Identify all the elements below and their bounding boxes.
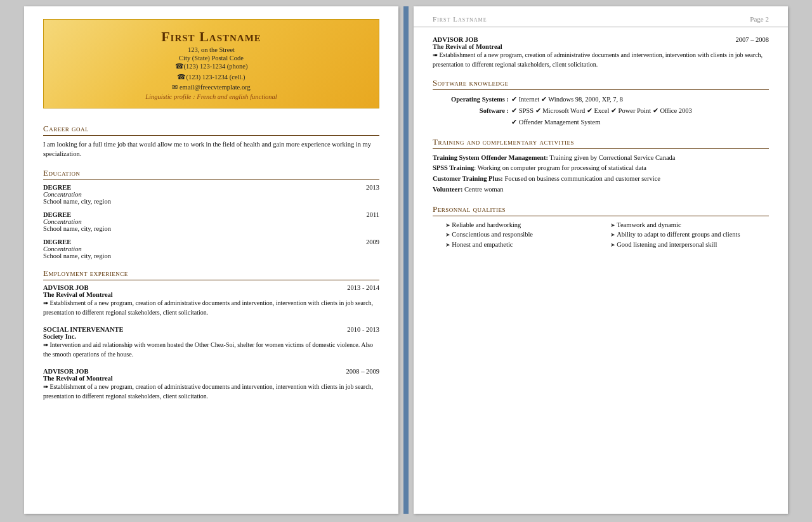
edu-year-0: 2013: [366, 184, 379, 191]
header-email: ✉ email@freecvtemplate.org: [50, 83, 372, 91]
career-goal-title: Career goal: [43, 124, 379, 136]
training-text-2: Focused on business communication and cu…: [503, 175, 660, 182]
edu-concentration-0: Concentration: [43, 191, 379, 198]
job-entry-2: ADVISOR JOB 2008 – 2009 The Revival of M…: [43, 368, 379, 401]
training-bold-2: Customer Training Plus:: [433, 175, 503, 182]
page2-header: First Lastname Page 2: [414, 6, 788, 27]
quality-col1: Reliable and hardworking Conscientious a…: [445, 220, 604, 250]
training-entry-0: Training System Offender Management: Tra…: [433, 153, 769, 164]
pages-container: First Lastname 123, on the Street City (…: [24, 6, 788, 514]
quality-col1-1: Conscientious and responsible: [445, 230, 604, 240]
quality-col2: Teamwork and dynamic Ability to adapt to…: [610, 220, 769, 250]
employment-title: Employment experience: [43, 268, 379, 280]
qualities-grid: Reliable and hardworking Conscientious a…: [433, 220, 769, 250]
job-title-0: ADVISOR JOB: [43, 284, 88, 291]
training-bold-1: SPSS Training: [433, 164, 474, 171]
software-value-1: ✔ SPSS ✔ Microsoft Word ✔ Excel ✔ Power …: [511, 105, 769, 117]
page2-job-company: The Revival of Montreal: [433, 43, 769, 50]
quality-col2-0: Teamwork and dynamic: [610, 220, 769, 230]
quality-col1-2: Honest and empathetic: [445, 240, 604, 250]
education-title: Education: [43, 168, 379, 180]
job-dates-0: 2013 - 2014: [347, 284, 379, 291]
edu-concentration-2: Concentration: [43, 245, 379, 252]
software-row-2: ✔ Offender Management System: [433, 117, 769, 128]
job-dates-1: 2010 - 2013: [347, 326, 379, 333]
software-value-2: ✔ Offender Management System: [511, 117, 769, 128]
qualities-title: Personnal qualities: [433, 204, 769, 216]
job-desc-1: Intervention and aid relationship with w…: [43, 340, 379, 359]
job-entry-0: ADVISOR JOB 2013 - 2014 The Revival of M…: [43, 284, 379, 317]
page2-name: First Lastname: [433, 15, 487, 23]
quality-col1-0: Reliable and hardworking: [445, 220, 604, 230]
edu-entry-1: DEGREE 2011 Concentration School name, c…: [43, 211, 379, 232]
quality-col2-1: Ability to adapt to different groups and…: [610, 230, 769, 240]
job-company-0: The Revival of Montreal: [43, 291, 379, 298]
job-company-2: The Revival of Montreal: [43, 375, 379, 382]
career-goal-text: I am looking for a full time job that wo…: [43, 140, 379, 160]
software-table: Operating Systems : ✔ Internet ✔ Windows…: [433, 94, 769, 128]
training-text-3: Centre woman: [462, 186, 503, 193]
edu-degree-2: DEGREE: [43, 238, 71, 245]
header-phone: ☎(123) 123-1234 (phone): [50, 62, 372, 72]
edu-degree-0: DEGREE: [43, 184, 71, 191]
edu-school-0: School name, city, region: [43, 198, 379, 205]
edu-school-1: School name, city, region: [43, 225, 379, 232]
training-text-1: : Working on computer program for proces…: [474, 164, 646, 171]
header-linguistic: Linguistic profile : French and english …: [50, 93, 372, 100]
header-address: 123, on the Street: [50, 46, 372, 53]
page1-body: Career goal I am looking for a full time…: [24, 108, 398, 423]
quality-col2-2: Good listening and interpersonal skill: [610, 240, 769, 250]
software-title: Software knowledge: [433, 78, 769, 90]
training-entries: Training System Offender Management: Tra…: [433, 153, 769, 195]
edu-school-2: School name, city, region: [43, 252, 379, 259]
resume-header: First Lastname 123, on the Street City (…: [43, 19, 379, 108]
page2-page-num: Page 2: [750, 15, 769, 23]
training-bold-3: Volunteer:: [433, 186, 462, 193]
training-entry-3: Volunteer: Centre woman: [433, 185, 769, 195]
training-entry-2: Customer Training Plus: Focused on busin…: [433, 174, 769, 185]
job-dates-2: 2008 – 2009: [346, 368, 380, 375]
page2-job-entry-0: ADVISOR JOB 2007 – 2008 The Revival of M…: [433, 36, 769, 69]
page-1: First Lastname 123, on the Street City (…: [24, 6, 398, 514]
job-title-2: ADVISOR JOB: [43, 368, 88, 375]
page2-job-desc: Establishment of a new program, creation…: [433, 50, 769, 69]
training-bold-0: Training System Offender Management:: [433, 154, 548, 161]
job-company-1: Society Inc.: [43, 333, 379, 340]
edu-entry-0: DEGREE 2013 Concentration School name, c…: [43, 184, 379, 205]
software-label-1: Software :: [433, 105, 509, 117]
software-label-2: [433, 117, 509, 128]
software-label-0: Operating Systems :: [433, 94, 509, 105]
software-value-0: ✔ Internet ✔ Windows 98, 2000, XP, 7, 8: [511, 94, 769, 105]
training-text-0: Training given by Correctional Service C…: [548, 154, 676, 161]
software-row-0: Operating Systems : ✔ Internet ✔ Windows…: [433, 94, 769, 105]
page-divider: [403, 6, 409, 514]
job-title-1: SOCIAL INTERVENANTE: [43, 326, 124, 333]
page-2: First Lastname Page 2 ADVISOR JOB 2007 –…: [414, 6, 788, 514]
software-row-1: Software : ✔ SPSS ✔ Microsoft Word ✔ Exc…: [433, 105, 769, 117]
job-entry-1: SOCIAL INTERVENANTE 2010 - 2013 Society …: [43, 326, 379, 359]
header-city: City (State) Postal Code: [50, 55, 372, 62]
edu-year-1: 2011: [366, 211, 379, 218]
job-desc-0: Establishment of a new program, creation…: [43, 298, 379, 317]
edu-year-2: 2009: [366, 238, 379, 245]
training-title: Training and complementary activities: [433, 137, 769, 149]
page2-job-dates: 2007 – 2008: [736, 36, 769, 43]
header-name: First Lastname: [50, 29, 372, 45]
edu-entry-2: DEGREE 2009 Concentration School name, c…: [43, 238, 379, 259]
header-cell: ☎(123) 123-1234 (cell.): [50, 72, 372, 83]
page2-body: ADVISOR JOB 2007 – 2008 The Revival of M…: [414, 34, 788, 263]
edu-degree-1: DEGREE: [43, 211, 71, 218]
job-desc-2: Establishment of a new program, creation…: [43, 382, 379, 401]
training-entry-1: SPSS Training: Working on computer progr…: [433, 163, 769, 174]
edu-concentration-1: Concentration: [43, 218, 379, 225]
page2-job-title: ADVISOR JOB: [433, 36, 478, 43]
